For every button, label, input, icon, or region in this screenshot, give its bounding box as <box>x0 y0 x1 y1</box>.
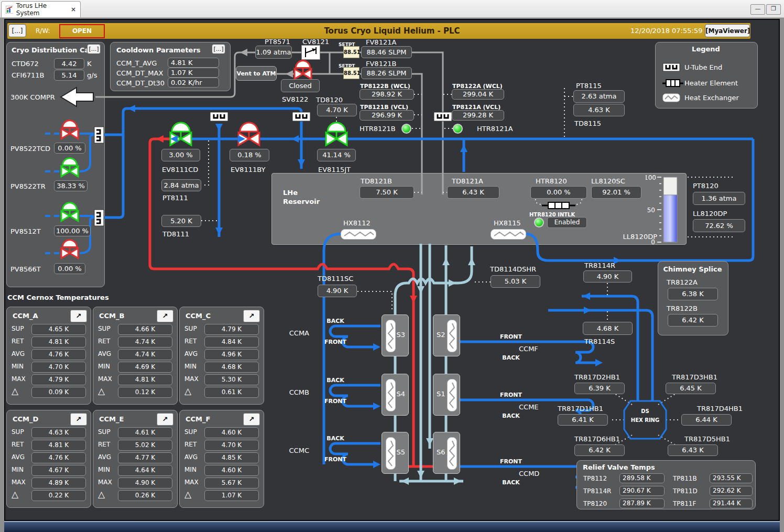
ccm-row-value: 4.66 K <box>118 324 172 335</box>
flow-arrow <box>298 159 305 167</box>
pt8571-label: PT8571 <box>265 38 290 46</box>
valve-pv8512t[interactable] <box>61 203 78 221</box>
flow-arrow <box>442 258 450 265</box>
ccm-row-value: 5.30 K <box>204 374 259 385</box>
reservoir-title-1: LHe <box>283 189 298 197</box>
loop-name-label: CCMB <box>280 388 309 396</box>
heater-element-icon <box>662 79 683 90</box>
open-trend-button[interactable]: ↗ <box>70 413 87 426</box>
shield-segment-box: S4 <box>382 374 409 416</box>
open-trend-button[interactable]: ↗ <box>243 413 260 426</box>
ccm-row-label: MAX <box>184 479 199 486</box>
vent-to-atm-button[interactable]: Vent to ATM <box>236 66 277 81</box>
tp8122b-value: 298.92 K <box>360 89 414 100</box>
ev8115jt-value: 41.14 % <box>317 149 356 161</box>
relief-row-value: 289.58 K <box>619 473 665 483</box>
loop-back-label: BACK <box>490 479 532 486</box>
segment-label: S6 <box>437 448 445 456</box>
fv8121a-label: FV8121A <box>366 38 396 46</box>
cryo-can-title: Cryo Distribution Can <box>12 46 94 54</box>
flow-arrow <box>128 105 135 112</box>
heat-exchanger-icon <box>662 93 680 105</box>
ccm-row-value: 4.96 K <box>204 349 259 360</box>
ll8120dp-label: LL8120DP <box>693 210 727 218</box>
tp8122a-value: 299.04 K <box>452 89 504 100</box>
segment-coil-icon <box>447 320 457 352</box>
valve-ev8115jt[interactable] <box>326 123 347 145</box>
segment-label: S1 <box>437 390 445 398</box>
valve-pv8566t[interactable] <box>61 240 78 258</box>
tr8122b-label: TR8122B <box>667 305 698 312</box>
fv8121a-setpt[interactable]: 88.51 <box>343 46 360 58</box>
loop-name-label: CCMF <box>519 345 538 353</box>
open-trend-button[interactable]: ↗ <box>70 310 87 322</box>
valve-pv8522tcd[interactable] <box>61 121 78 139</box>
delta-icon: △ <box>184 386 191 396</box>
flow-arrow <box>449 279 456 287</box>
open-trend-button[interactable]: ↗ <box>157 310 173 322</box>
tr8114r-label: TR8114R <box>584 262 615 269</box>
ccm-row-label: MAX <box>12 479 26 486</box>
valve-pv8522tr[interactable] <box>61 158 78 177</box>
ccm-row-value: 0.26 K <box>118 490 172 501</box>
flow-arrow <box>215 227 223 235</box>
ccm-row-value: 4.67 K <box>31 465 86 476</box>
sv8122-label: SV8122 <box>282 95 308 103</box>
relief-row-label: TP811F <box>673 500 696 507</box>
hx8115-label: HX8115 <box>494 219 521 227</box>
ccm-panel-title: CCM_A <box>13 312 38 320</box>
open-trend-button[interactable]: ↗ <box>157 413 173 426</box>
pt8115-temp: 4.63 K <box>573 104 625 116</box>
legend-item-label: U-Tube End <box>684 63 722 71</box>
u-tube-end-icon <box>662 63 680 74</box>
open-trend-button[interactable]: ↗ <box>243 310 260 322</box>
ccm-row-value: 4.84 K <box>204 336 259 348</box>
flow-arrow <box>417 286 424 294</box>
flow-arrow <box>417 471 424 478</box>
valve-ev8111cd[interactable] <box>170 123 191 145</box>
tr8122b-value: 6.42 K <box>668 314 718 327</box>
valve-ev8111by[interactable] <box>238 123 259 145</box>
ccm-row-label: MAX <box>184 375 199 383</box>
ccm-row-label: MAX <box>12 375 26 383</box>
ccm-row-label: AVG <box>98 350 111 357</box>
svg-text:100: 100 <box>646 174 656 181</box>
pt8115-pressure: 2.63 atma <box>573 90 625 103</box>
ccm-row-value: 0.61 K <box>204 387 259 398</box>
htr8120-intlk-status: Enabled <box>547 217 587 228</box>
htr8120-intlk-led <box>534 218 544 227</box>
tp8121b-value: 296.99 K <box>360 110 414 121</box>
segment-label: S4 <box>396 390 405 398</box>
hex-ring-sensor-value: 6.41 K <box>558 414 608 426</box>
ccm-row-label: SUP <box>12 428 24 436</box>
td8111sc-label: TD8111SC <box>318 275 353 283</box>
flow-arrow <box>426 438 433 446</box>
ll8120dp-level-gauge: 100500 <box>646 174 685 247</box>
relief-row-label: TP811D <box>673 487 698 495</box>
sv8122-status: Closed <box>281 79 320 92</box>
u-tube-end-icon <box>292 112 310 121</box>
ccm-row-value: 1.07 K <box>204 490 259 501</box>
shield-segment-box: S2 <box>433 314 460 356</box>
valve-sv8122[interactable] <box>295 61 311 79</box>
ccm-row-label: MIN <box>12 466 24 473</box>
valve-label: PV8566T <box>10 265 41 273</box>
ctd672-value: 4.42 <box>54 58 84 69</box>
ccm-row-value: 4.70 K <box>31 362 86 373</box>
sensor-label: CFI6711B <box>12 71 44 79</box>
fv8121b-setpt[interactable]: 88.51 <box>343 67 360 79</box>
pt8111-value: 2.84 atma <box>161 179 201 191</box>
pt8111-label: PT8111 <box>162 194 188 202</box>
segment-coil-icon <box>386 437 396 470</box>
loop-name-label: CCMD <box>519 470 539 477</box>
cryo-can-menu-button[interactable]: [...] <box>87 44 101 54</box>
ccm-row-label: MIN <box>184 466 197 473</box>
ccm-row-value: 4.81 K <box>31 440 86 451</box>
flow-arrow <box>373 461 380 468</box>
td8111-value: 5.20 K <box>161 215 201 227</box>
ccm-row-label: RET <box>184 338 197 345</box>
tr8122a-label: TR8122A <box>667 278 698 286</box>
ccm-panel-title: CCM_E <box>99 415 124 423</box>
flow-arrow <box>454 477 461 485</box>
cooldown-menu-button[interactable]: [...] <box>212 44 225 54</box>
